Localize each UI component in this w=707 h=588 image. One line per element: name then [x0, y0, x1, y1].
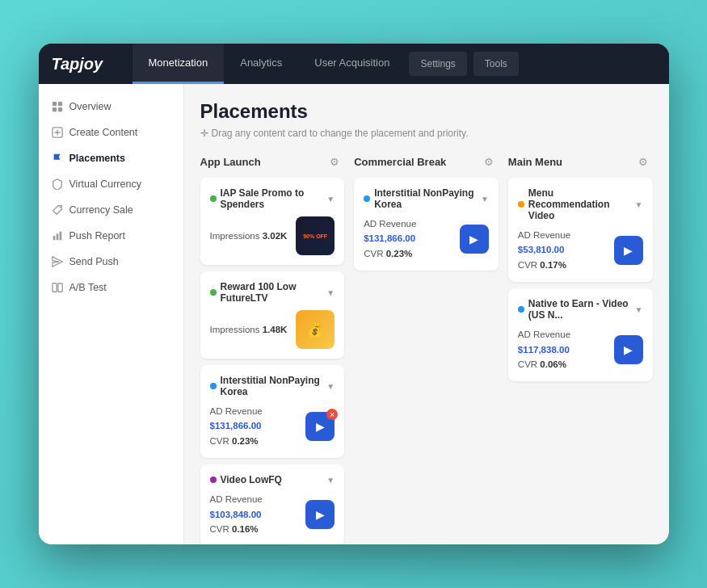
- card-title-reward-100: Reward 100 Low FutureLTV: [210, 281, 327, 304]
- card-thumb-iap-sale: 90% OFF: [296, 216, 335, 255]
- card-menu-recommendation: Menu Recommendation Video ▼ AD Revenue $…: [508, 178, 653, 282]
- sidebar-item-virtual-currency[interactable]: Virtual Currency: [39, 171, 183, 197]
- card-body-native-earn: AD Revenue $117,838.00 CVR 0.06% ▶: [518, 327, 643, 372]
- logo: Tapjoy: [52, 55, 116, 74]
- card-header-video-lowfq: Video LowFQ ▼: [210, 474, 335, 485]
- svg-rect-8: [53, 236, 55, 240]
- status-dot-reward-100: [210, 289, 217, 296]
- play-button-interstitial-korea[interactable]: ▶: [460, 225, 489, 254]
- gear-button-commercial-break[interactable]: ⚙: [479, 152, 499, 171]
- card-metrics-iap-sale: Impressions 3.02K: [210, 229, 288, 243]
- sidebar-item-push-report[interactable]: Push Report: [39, 223, 183, 249]
- tag-icon: [52, 204, 63, 216]
- svg-rect-1: [57, 102, 61, 106]
- card-body-interstitial-korea: AD Revenue $131,866.00 CVR 0.23% ▶: [364, 216, 489, 261]
- card-title-native-earn: Native to Earn - Video (US N...: [518, 298, 635, 321]
- play-icon-menu-recommendation: ▶: [624, 244, 633, 257]
- card-metrics-native-earn: AD Revenue $117,838.00 CVR 0.06%: [518, 327, 614, 372]
- drag-icon: ✛: [200, 128, 208, 139]
- card-metrics-reward-100: Impressions 1.48K: [210, 322, 288, 337]
- nav-tab-monetization[interactable]: Monetization: [133, 44, 225, 84]
- card-body-iap-sale: Impressions 3.02K 90% OFF: [210, 216, 335, 255]
- svg-point-7: [59, 207, 61, 208]
- grid-icon: [52, 101, 63, 112]
- play-button-native-earn[interactable]: ▶: [614, 335, 643, 364]
- device-frame: Tapjoy Monetization Analytics User Acqui…: [39, 44, 669, 544]
- sidebar-item-ab-test[interactable]: A/B Test: [39, 275, 183, 300]
- card-header-iap-sale: IAP Sale Promo to Spenders ▼: [210, 187, 335, 210]
- placements-columns: App Launch ⚙ IAP Sale Promo to Spenders …: [200, 152, 653, 544]
- status-dot-video-lowfq: [210, 477, 217, 483]
- plus-square-icon: [52, 127, 63, 138]
- nav-tab-settings[interactable]: Settings: [409, 52, 466, 76]
- sidebar-item-overview[interactable]: Overview: [39, 94, 183, 120]
- shield-icon: [52, 178, 63, 190]
- dropdown-native-earn[interactable]: ▼: [635, 305, 643, 314]
- dropdown-interstitial-korea[interactable]: ▼: [481, 195, 489, 204]
- card-interstitial-nonpro: Interstitial NonPaying Korea ▼ AD Revenu…: [200, 365, 345, 458]
- card-metrics-interstitial-korea: AD Revenue $131,866.00 CVR 0.23%: [364, 216, 460, 261]
- column-header-main-menu: Main Menu ⚙: [508, 152, 653, 171]
- drag-hint: ✛ Drag any content card to change the pl…: [200, 128, 653, 139]
- card-header-interstitial-korea: Interstitial NonPaying Korea ▼: [364, 187, 489, 210]
- svg-rect-12: [57, 284, 61, 292]
- column-app-launch: App Launch ⚙ IAP Sale Promo to Spenders …: [200, 152, 345, 544]
- card-reward-100: Reward 100 Low FutureLTV ▼ Impressions 1…: [200, 271, 345, 359]
- dropdown-menu-recommendation[interactable]: ▼: [635, 200, 643, 209]
- column-header-commercial-break: Commercial Break ⚙: [354, 152, 499, 171]
- column-commercial-break: Commercial Break ⚙ Interstitial NonPayin…: [354, 152, 499, 277]
- card-thumb-reward-100: 💰: [296, 310, 335, 349]
- card-title-interstitial-nonpro: Interstitial NonPaying Korea: [210, 375, 327, 397]
- dropdown-video-lowfq[interactable]: ▼: [326, 476, 335, 485]
- card-header-native-earn: Native to Earn - Video (US N... ▼: [518, 298, 643, 321]
- card-video-lowfq: Video LowFQ ▼ AD Revenue $103,848.00 CVR…: [200, 464, 345, 544]
- sidebar: Overview Create Content Placements Virtu…: [39, 84, 184, 544]
- sidebar-item-send-push[interactable]: Send Push: [39, 249, 183, 275]
- play-button-video-lowfq[interactable]: ▶: [305, 500, 335, 529]
- sidebar-item-currency-sale[interactable]: Currency Sale: [39, 197, 183, 223]
- sidebar-item-create-content[interactable]: Create Content: [39, 120, 183, 145]
- column-main-menu: Main Menu ⚙ Menu Recommendation Video ▼: [508, 152, 653, 388]
- thumb-image-reward-100: 💰: [296, 310, 335, 349]
- play-icon: ▶: [316, 420, 325, 433]
- card-body-video-lowfq: AD Revenue $103,848.00 CVR 0.16% ▶: [210, 492, 335, 536]
- card-metrics-menu-recommendation: AD Revenue $53,810.00 CVR 0.17%: [518, 228, 614, 272]
- svg-rect-10: [59, 232, 61, 241]
- content-area: Placements ✛ Drag any content card to ch…: [184, 84, 669, 544]
- card-title-menu-recommendation: Menu Recommendation Video: [518, 187, 635, 221]
- nav-tab-tools[interactable]: Tools: [473, 52, 519, 76]
- nav-tab-user-acquisition[interactable]: User Acquisition: [298, 44, 406, 84]
- dropdown-interstitial-nonpro[interactable]: ▼: [326, 382, 335, 391]
- card-metrics-video-lowfq: AD Revenue $103,848.00 CVR 0.16%: [210, 492, 306, 536]
- card-metrics-interstitial-nonpro: AD Revenue $131,866.00 CVR 0.23%: [210, 404, 306, 448]
- status-dot-interstitial-korea: [364, 195, 370, 202]
- thumb-image-iap-sale: 90% OFF: [296, 216, 335, 255]
- card-body-reward-100: Impressions 1.48K 💰: [210, 310, 335, 349]
- column-title-main-menu: Main Menu: [508, 156, 562, 168]
- send-icon: [52, 256, 63, 267]
- play-icon-interstitial-korea: ▶: [469, 233, 478, 246]
- play-button-menu-recommendation[interactable]: ▶: [614, 236, 643, 265]
- column-title-commercial-break: Commercial Break: [354, 156, 446, 168]
- svg-rect-3: [57, 107, 61, 111]
- column-title-app-launch: App Launch: [200, 156, 261, 168]
- card-body-interstitial-nonpro: AD Revenue $131,866.00 CVR 0.23% ▶: [210, 404, 335, 448]
- svg-rect-9: [56, 233, 58, 240]
- sidebar-item-placements[interactable]: Placements: [39, 145, 183, 171]
- gear-button-app-launch[interactable]: ⚙: [325, 152, 344, 171]
- play-button-interstitial-nonpro[interactable]: ▶: [305, 412, 335, 441]
- play-icon-video-lowfq: ▶: [316, 508, 325, 521]
- svg-rect-2: [52, 107, 56, 111]
- card-header-interstitial-nonpro: Interstitial NonPaying Korea ▼: [210, 375, 335, 397]
- dropdown-iap-sale[interactable]: ▼: [326, 195, 335, 204]
- status-dot-native-earn: [518, 306, 524, 313]
- svg-rect-11: [52, 284, 56, 292]
- column-header-app-launch: App Launch ⚙: [200, 152, 345, 171]
- svg-rect-0: [52, 102, 56, 106]
- nav-tab-analytics[interactable]: Analytics: [224, 44, 298, 84]
- gear-button-main-menu[interactable]: ⚙: [633, 152, 653, 171]
- status-dot-iap-sale: [210, 195, 217, 202]
- dropdown-reward-100[interactable]: ▼: [326, 288, 335, 297]
- card-interstitial-korea: Interstitial NonPaying Korea ▼ AD Revenu…: [354, 178, 499, 271]
- card-header-reward-100: Reward 100 Low FutureLTV ▼: [210, 281, 335, 304]
